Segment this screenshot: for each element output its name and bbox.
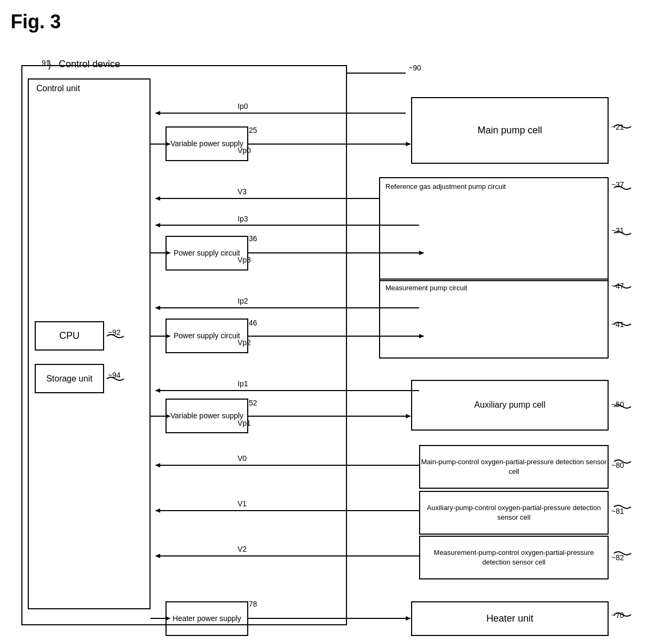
aux-sensor-box: Auxiliary-pump-control oxygen-partial-pr… — [419, 491, 609, 535]
control-unit-label: Control unit — [36, 84, 80, 93]
main-sensor-box: Main-pump-control oxygen-partial-pressur… — [419, 445, 609, 489]
meas-sensor-box: Measurement-pump-control oxygen-partial-… — [419, 536, 609, 579]
ref-gas-cell-num: ~31 — [611, 226, 624, 235]
var-ps-25-box: Variable power supply — [165, 126, 248, 161]
cpu-box: CPU — [35, 321, 104, 351]
main-pump-cell-box: Main pump cell — [411, 97, 609, 164]
meas-cell-num: ~41 — [611, 320, 624, 329]
var-ps-52-box: Variable power supply — [165, 399, 248, 433]
svg-marker-8 — [406, 142, 411, 146]
ps-36-box: Power supply circuit — [165, 236, 248, 271]
aux-pump-num: ~50 — [611, 400, 624, 409]
meas-sensor-num: ~82 — [611, 553, 624, 562]
meas-circuit-outer-box: Measurement pump circuit Measurement pum… — [379, 279, 609, 359]
storage-num: ~94 — [108, 371, 121, 379]
ps-46-box: Power supply circuit — [165, 319, 248, 353]
heater-unit-box: Heater unit — [411, 601, 609, 636]
svg-text:~90: ~90 — [408, 63, 421, 72]
figure-title: Fig. 3 — [11, 11, 651, 33]
aux-pump-box: Auxiliary pump cell — [411, 380, 609, 431]
svg-marker-54 — [406, 616, 411, 621]
aux-sensor-num: ~81 — [611, 507, 624, 515]
ref-gas-circuit-outer-box: Reference gas adjustment pump circuit Re… — [379, 177, 609, 281]
heater-ps-78-box: Heater power supply — [165, 601, 248, 636]
svg-marker-39 — [406, 414, 411, 418]
main-sensor-num: ~80 — [611, 461, 624, 470]
meas-circuit-num: ~47 — [611, 282, 624, 290]
main-pump-cell-num: ~21 — [611, 123, 624, 131]
storage-box: Storage unit — [35, 364, 104, 393]
ref-gas-circuit-num: ~37 — [611, 180, 624, 189]
heater-num: ~70 — [611, 611, 624, 619]
cpu-num: ~92 — [108, 328, 121, 337]
